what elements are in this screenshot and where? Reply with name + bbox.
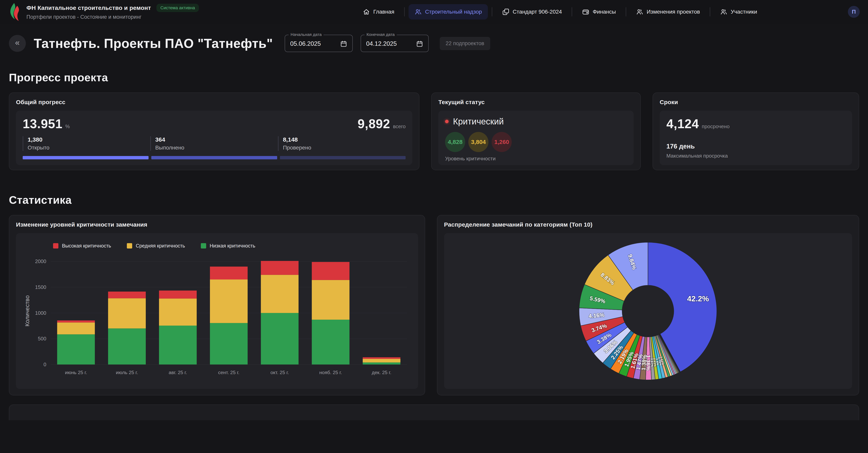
nav-item-participants[interactable]: Участники (714, 4, 763, 20)
nav-item-finance[interactable]: Финансы (576, 4, 622, 20)
card-title: Изменение уровней критичности замечания (16, 221, 418, 228)
nav-label: Изменения проектов (647, 9, 700, 15)
card-title: Сроки (660, 99, 852, 105)
app-logo-flame-icon (8, 2, 21, 21)
end-date-field[interactable]: Конечная дата 04.12.2025 (361, 35, 429, 52)
user-avatar[interactable]: П (848, 6, 860, 18)
top-header: ФН Капитальное строительство и ремонт Си… (0, 0, 868, 24)
current-status-card: Текущий статус Критический 4,828 3,804 1… (431, 93, 641, 170)
stat-value: 8,148 (283, 136, 406, 143)
nav-item-home[interactable]: Главная (357, 4, 400, 20)
people-icon (636, 8, 644, 15)
documents-icon (502, 8, 509, 15)
categories-distribution-card: Распределение замечаний по категориям (Т… (437, 215, 859, 395)
stat-open: 1,380 Открыто (23, 136, 150, 151)
svg-text:дек. 25 г.: дек. 25 г. (372, 370, 392, 375)
svg-text:2000: 2000 (35, 259, 46, 264)
svg-text:нояб. 25 г.: нояб. 25 г. (319, 370, 342, 375)
legend-swatch-high (53, 243, 58, 249)
nav-label: Строительный надзор (425, 9, 482, 15)
nav-label: Стандарт 906-2024 (513, 9, 562, 15)
stat-label: Проверено (283, 144, 406, 151)
donut-chart-panel: 42.2%0.62%0.78%0.8%0.83%0.87%1.36%1.38%1… (444, 233, 852, 389)
deadlines-card: Сроки 4,124 просрочено 176 день Максимал… (653, 93, 859, 170)
progress-bar-checked (280, 156, 406, 159)
stat-checked: 8,148 Проверено (278, 136, 406, 151)
card-title: Общий прогресс (16, 99, 412, 105)
nav-divider (404, 7, 405, 17)
overall-total-value: 9,892 (358, 117, 390, 131)
level-mid-count: 3,804 (468, 132, 489, 152)
max-overdue-value: 176 день (666, 142, 845, 150)
overall-stats-row: 1,380 Открыто 364 Выполнено 8,148 Провер… (23, 136, 406, 151)
overall-progress-card: Общий прогресс 13.951 % 9,892 всего 1,38… (9, 93, 420, 170)
system-status-badge: Система активна (156, 4, 199, 12)
overall-percent-unit: % (65, 124, 70, 130)
subprojects-count-badge: 22 подпроектов (440, 37, 490, 50)
svg-text:июль 25 г.: июль 25 г. (116, 370, 138, 375)
calendar-icon[interactable] (416, 40, 423, 47)
levels-label: Уровень критичности (445, 156, 627, 162)
home-icon (363, 8, 370, 15)
calendar-icon[interactable] (340, 40, 347, 47)
people-icon (414, 8, 422, 15)
current-status-panel: Критический 4,828 3,804 1,260 Уровень кр… (438, 110, 633, 165)
stacked-bar-chart[interactable]: 0500100015002000Количествоиюнь 25 г.июль… (22, 251, 412, 381)
donut-chart[interactable]: 42.2%0.62%0.78%0.8%0.83%0.87%1.36%1.38%1… (575, 238, 721, 385)
legend-swatch-medium (127, 243, 132, 249)
nav-divider (492, 7, 492, 17)
status-dot (445, 120, 448, 123)
overdue-value: 4,124 (666, 117, 699, 131)
progress-cards-row: Общий прогресс 13.951 % 9,892 всего 1,38… (9, 93, 859, 170)
svg-text:окт. 25 г.: окт. 25 г. (271, 370, 289, 375)
stat-value: 1,380 (28, 136, 150, 143)
brand-text: ФН Капитальное строительство и ремонт Си… (26, 4, 199, 20)
overdue-unit: просрочено (702, 124, 730, 130)
nav-item-construction-supervision[interactable]: Строительный надзор (408, 4, 488, 20)
main-nav: Главная Строительный надзор Стандарт 906… (357, 4, 763, 20)
start-date-field[interactable]: Начальная дата 05.06.2025 (285, 35, 353, 52)
overall-progress-panel: 13.951 % 9,892 всего 1,380 Открыто 364 (16, 110, 412, 165)
brand: ФН Капитальное строительство и ремонт Си… (8, 2, 199, 21)
overall-progress-bars (23, 156, 406, 159)
legend-label: Высокая критичность (62, 243, 111, 249)
nav-label: Финансы (593, 9, 616, 15)
overall-total-group: 9,892 всего (358, 117, 406, 131)
svg-text:4.16%: 4.16% (588, 312, 605, 319)
criticality-levels: 4,828 3,804 1,260 (445, 132, 627, 152)
start-date-label: Начальная дата (289, 32, 323, 37)
app-title: ФН Капитальное строительство и ремонт (26, 4, 151, 11)
svg-text:авг. 25 г.: авг. 25 г. (169, 370, 187, 375)
legend-item-low[interactable]: Низкая критичность (201, 243, 255, 249)
nav-label: Главная (373, 9, 394, 15)
legend-item-high[interactable]: Высокая критичность (53, 243, 111, 249)
stat-done: 364 Выполнено (150, 136, 278, 151)
statistics-cards-row: Изменение уровней критичности замечания … (9, 215, 859, 395)
svg-text:1500: 1500 (35, 284, 46, 290)
next-card-partial (9, 405, 859, 420)
card-title: Распределение замечаний по категориям (Т… (444, 221, 852, 228)
section-title-statistics: Статистика (9, 193, 859, 206)
nav-item-project-changes[interactable]: Изменения проектов (630, 4, 706, 20)
nav-divider (626, 7, 626, 17)
bar-chart-legend: Высокая критичность Средняя критичность … (53, 243, 412, 249)
svg-text:Количество: Количество (24, 295, 30, 326)
back-button[interactable]: « (9, 35, 26, 52)
page-content: « Татнефть. Проекты ПАО "Татнефть" Начал… (0, 24, 868, 420)
criticality-trend-card: Изменение уровней критичности замечания … (9, 215, 425, 395)
legend-item-medium[interactable]: Средняя критичность (127, 243, 185, 249)
page-title: Татнефть. Проекты ПАО "Татнефть" (34, 36, 273, 51)
end-date-value: 04.12.2025 (366, 40, 397, 47)
start-date-value: 05.06.2025 (290, 40, 321, 47)
stat-label: Выполнено (155, 144, 278, 151)
nav-item-standard-906-2024[interactable]: Стандарт 906-2024 (496, 4, 568, 20)
stat-value: 364 (155, 136, 278, 143)
overall-total-unit: всего (393, 124, 406, 130)
deadlines-panel: 4,124 просрочено 176 день Максимальная п… (660, 110, 852, 165)
max-overdue-label: Максимальная просрочка (666, 153, 845, 159)
svg-text:сент. 25 г.: сент. 25 г. (218, 370, 240, 375)
nav-label: Участники (731, 9, 757, 15)
svg-text:42.2%: 42.2% (687, 294, 709, 303)
status-value: Критический (453, 117, 504, 126)
nav-divider (572, 7, 572, 17)
